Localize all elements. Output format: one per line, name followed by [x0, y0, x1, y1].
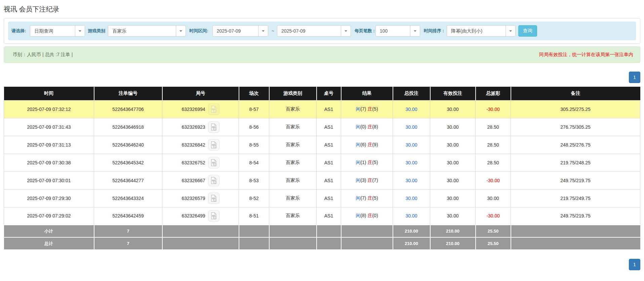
total-bet-cell[interactable]: 30.00 — [393, 100, 430, 118]
result-cell: 闲(1) 庄(5) — [341, 154, 393, 171]
banker-result-value: (5) — [372, 160, 378, 165]
subtotal-cell — [341, 225, 393, 237]
result-cell: 闲(6) 庄(9) — [341, 136, 393, 154]
per-page-value: 100 — [376, 26, 410, 36]
total-bet-cell[interactable]: 30.00 — [393, 171, 430, 189]
session-cell: 8-57 — [239, 100, 269, 118]
valid-bet-cell: 30.00 — [430, 136, 476, 154]
banker-result-value: (0) — [372, 213, 378, 218]
game-type-select[interactable]: 百家乐 — [108, 25, 186, 37]
remark-cell: 276.75/305.25 — [511, 118, 640, 136]
column-header: 场次 — [239, 87, 269, 100]
per-page-select[interactable]: 100 — [375, 25, 420, 37]
player-result-value: (7) — [360, 106, 366, 112]
bet-records-table: 时间注单编号局号场次游戏类别桌号结果总投注有效投注总派彩备注 2025-07-0… — [4, 87, 640, 250]
date-from-value: 2025-07-09 — [213, 26, 258, 36]
banker-result-value: (5) — [372, 195, 378, 201]
subtotal-cell: 210.00 — [393, 225, 430, 237]
table-row: 2025-07-09 07:31:13522643646240632326842… — [4, 136, 640, 154]
video-record-icon[interactable] — [208, 157, 219, 168]
table-number-cell: AS1 — [317, 171, 341, 189]
player-result-value: (1) — [360, 160, 366, 165]
bet-number-cell: 522643645342 — [94, 154, 162, 171]
page-button[interactable]: 1 — [629, 259, 640, 270]
video-record-icon[interactable] — [208, 104, 219, 115]
column-header: 局号 — [162, 87, 239, 100]
payout-cell: 28.50 — [476, 136, 511, 154]
player-result-value: (7) — [360, 195, 366, 201]
valid-bet-cell: 30.00 — [430, 154, 476, 171]
session-cell: 8-52 — [239, 189, 269, 207]
sort-select[interactable]: 降幂(由大到小) — [447, 25, 516, 37]
player-result-value: (0) — [360, 124, 366, 129]
bet-number-cell: 522643647706 — [94, 100, 162, 118]
total-bet-cell[interactable]: 30.00 — [393, 154, 430, 171]
column-header: 备注 — [511, 87, 640, 100]
page-button[interactable]: 1 — [629, 72, 640, 83]
column-header: 有效投注 — [430, 87, 476, 100]
session-cell: 8-55 — [239, 136, 269, 154]
subtotal-row: 小计7210.00210.0025.50 — [4, 225, 640, 237]
tilde-separator: ~ — [272, 28, 274, 34]
search-button[interactable]: 查询 — [518, 25, 537, 37]
grand-total-cell: 210.00 — [393, 237, 430, 250]
video-record-icon[interactable] — [208, 175, 219, 186]
total-bet-cell[interactable]: 30.00 — [393, 136, 430, 154]
video-record-icon[interactable] — [208, 139, 219, 151]
game-type-value: 百家乐 — [108, 26, 176, 36]
subtotal-cell — [317, 225, 341, 237]
banker-result-value: (7) — [372, 177, 378, 183]
player-result-label: 闲 — [356, 213, 360, 218]
payout-cell: 28.50 — [476, 154, 511, 171]
total-bet-cell[interactable]: 30.00 — [393, 207, 430, 225]
grand-total-row: 总计7210.00210.0025.50 — [4, 237, 640, 250]
video-record-icon[interactable] — [208, 210, 219, 222]
session-cell: 8-51 — [239, 207, 269, 225]
game-type-cell: 百家乐 — [269, 189, 317, 207]
query-type-select[interactable]: 日期查询 — [30, 25, 85, 37]
player-result-label: 闲 — [356, 160, 360, 165]
result-cell: 闲(7) 庄(5) — [341, 189, 393, 207]
video-record-icon[interactable] — [208, 121, 219, 133]
subtotal-cell: 7 — [94, 225, 162, 237]
game-type-cell: 百家乐 — [269, 136, 317, 154]
banker-result-value: (5) — [372, 106, 378, 112]
round-number: 632326752 — [182, 160, 205, 165]
time-cell: 2025-07-09 07:30:01 — [4, 171, 94, 189]
date-to-select[interactable]: 2025-07-09 — [277, 25, 351, 37]
banker-result-label: 庄 — [367, 195, 372, 201]
table-row: 2025-07-09 07:30:38522643645342632326752… — [4, 154, 640, 171]
round-cell: 632326667 — [162, 171, 239, 189]
table-number-cell: AS1 — [317, 118, 341, 136]
chevron-down-icon — [258, 26, 268, 36]
remark-cell: 219.75/249.75 — [511, 189, 640, 207]
total-bet-cell[interactable]: 30.00 — [393, 189, 430, 207]
player-result-value: (8) — [360, 213, 366, 218]
column-header: 总派彩 — [476, 87, 511, 100]
round-number: 632326579 — [182, 196, 205, 201]
pagination-bottom: 1 — [4, 259, 640, 270]
valid-bet-cell: 30.00 — [430, 100, 476, 118]
payout-cell: -30.00 — [476, 171, 511, 189]
query-type-value: 日期查询 — [30, 26, 75, 36]
video-record-icon[interactable] — [208, 193, 219, 204]
table-number-cell: AS1 — [317, 154, 341, 171]
banker-result-label: 庄 — [367, 142, 372, 147]
banker-result-label: 庄 — [367, 160, 372, 165]
table-number-cell: AS1 — [317, 136, 341, 154]
round-number: 632326842 — [182, 142, 205, 148]
date-to-value: 2025-07-09 — [277, 26, 341, 36]
bet-number-cell: 522643643324 — [94, 189, 162, 207]
banker-result-label: 庄 — [367, 213, 372, 218]
player-result-label: 闲 — [356, 124, 360, 129]
date-from-select[interactable]: 2025-07-09 — [212, 25, 268, 37]
payout-cell: -30.00 — [476, 100, 511, 118]
chevron-down-icon — [75, 26, 85, 36]
table-row: 2025-07-09 07:32:12522643647706632326994… — [4, 100, 640, 118]
banker-result-label: 庄 — [367, 124, 372, 129]
grand-total-cell — [239, 237, 269, 250]
total-bet-cell[interactable]: 30.00 — [393, 118, 430, 136]
game-type-cell: 百家乐 — [269, 171, 317, 189]
subtotal-cell: 210.00 — [430, 225, 476, 237]
column-header: 桌号 — [317, 87, 341, 100]
